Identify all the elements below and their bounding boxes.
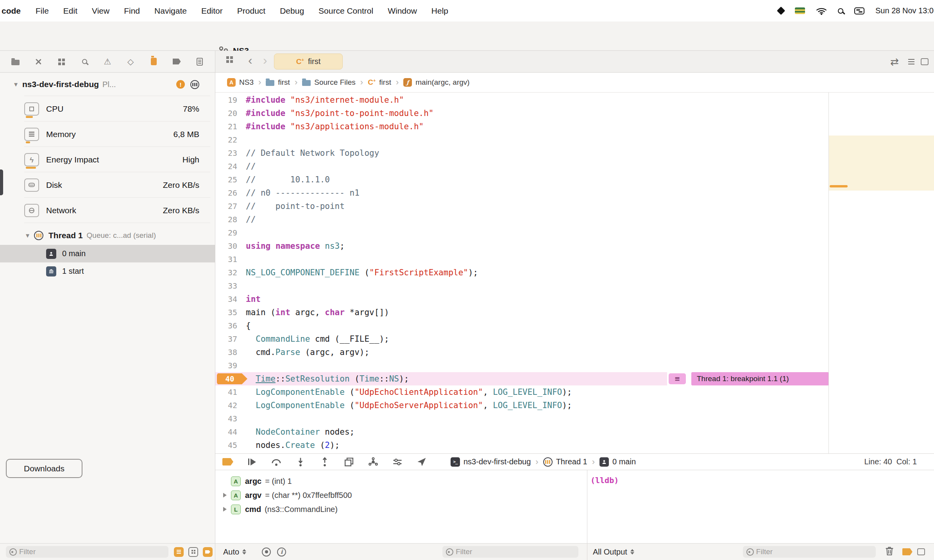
menu-item-product[interactable]: Product [237,6,265,16]
disclosure-icon[interactable] [223,493,227,498]
step-over-button[interactable] [271,457,282,467]
stack-frame-1-start[interactable]: 1 start [0,262,215,280]
console-output-select[interactable]: All Output [593,548,627,556]
line-number[interactable]: 23 [215,146,246,160]
line-number[interactable]: 37 [215,332,246,346]
debug-navigator-icon[interactable] [149,57,159,67]
code-line-30[interactable]: 30using namespace ns3; [215,239,828,253]
gauge-row-energy[interactable]: Energy ImpactHigh [0,147,215,172]
code-line-26[interactable]: 26// n0 -------------- n1 [215,186,828,200]
disclosure-open-icon[interactable]: ▾ [14,80,18,89]
add-editor-icon[interactable] [921,58,929,65]
console-view[interactable]: (lldb) [587,470,934,543]
performance-gauge-icon[interactable] [190,80,199,89]
variables-filter-input[interactable] [442,546,578,558]
app-menu-xcode[interactable]: code [2,6,21,16]
spotlight-search-icon[interactable] [838,8,843,14]
breakpoints-toggle-icon[interactable] [222,457,233,467]
menu-item-find[interactable]: Find [124,6,140,16]
breadcrumb-ns3[interactable]: ANS3 [227,78,254,87]
layout-toggle-icon[interactable] [917,548,925,555]
breakpoint-annotation[interactable]: Thread 1: breakpoint 1.1 (1) [691,372,828,385]
memory-graph-button[interactable] [368,457,379,467]
line-number[interactable]: 30 [215,239,246,253]
line-number[interactable]: 25 [215,173,246,186]
code-line-40[interactable]: 40 Time::SetResolution (Time::NS);40≡Thr… [215,372,828,385]
gauge-row-disk[interactable]: DiskZero KB/s [0,172,215,198]
project-navigator-icon[interactable] [10,57,20,67]
step-into-button[interactable] [295,457,306,467]
line-number[interactable]: 20 [215,107,246,120]
minimap[interactable] [828,93,934,453]
code-line-37[interactable]: 37 CommandLine cmd (__FILE__); [215,332,828,346]
gauge-row-memory[interactable]: Memory6,8 MB [0,121,215,147]
line-number[interactable]: 26 [215,186,246,200]
find-navigator-icon[interactable] [79,57,89,67]
menu-item-editor[interactable]: Editor [201,6,223,16]
adjust-editor-icon[interactable] [908,59,911,60]
breadcrumb-source-files[interactable]: Source Files [302,78,356,87]
stack-frame-0-main[interactable]: 0 main [0,245,215,262]
editor-tab-first[interactable]: C+ first [274,54,343,70]
menu-item-navigate[interactable]: Navigate [154,6,187,16]
wifi-icon[interactable] [816,7,827,15]
breadcrumb-0-main[interactable]: 0 main [599,457,636,467]
disclosure-open-icon[interactable]: ▾ [26,231,29,240]
code-line-29[interactable]: 29 [215,226,828,239]
symbol-navigator-icon[interactable] [56,57,66,67]
code-line-27[interactable]: 27// point-to-point [215,200,828,213]
test-navigator-icon[interactable]: ◇ [125,57,136,67]
downloads-button[interactable]: Downloads [6,459,82,478]
window-drag-handle[interactable] [0,169,3,195]
menu-item-file[interactable]: File [36,6,49,16]
line-number[interactable]: 45 [215,439,246,452]
view-mode-icon[interactable] [188,547,198,557]
line-number[interactable]: 24 [215,160,246,173]
variable-row-cmd[interactable]: Lcmd(ns3::CommandLine) [215,502,587,516]
line-number[interactable]: 32 [215,266,246,279]
thread-row[interactable]: ▾ Thread 1 Queue: c...ad (serial) [0,226,215,245]
line-number[interactable]: 33 [215,279,246,292]
code-line-24[interactable]: 24// [215,160,828,173]
line-number[interactable]: 31 [215,253,246,266]
variable-row-argv[interactable]: Aargv= (char **) 0x7ffeefbff500 [215,488,587,502]
code-review-icon[interactable]: ⇄ [890,56,899,68]
line-number[interactable]: 39 [215,359,246,372]
menu-item-view[interactable]: View [92,6,109,16]
minimap-breakpoint-marker[interactable] [830,185,848,187]
debug-area-toggle-icon[interactable] [902,548,913,555]
console-filter-input[interactable] [743,546,876,558]
back-button[interactable]: ‹ [248,53,252,68]
line-number[interactable]: 28 [215,213,246,226]
breakpoint-navigator-icon[interactable] [172,57,182,67]
code-line-33[interactable]: 33 [215,279,828,292]
code-line-31[interactable]: 31 [215,253,828,266]
code-line-34[interactable]: 34int [215,292,828,306]
line-number[interactable]: 38 [215,346,246,359]
breadcrumb-thread-1[interactable]: Thread 1 [543,457,587,467]
breadcrumb-first[interactable]: first [266,78,290,87]
code-line-42[interactable]: 42 LogComponentEnable ("UdpEchoServerApp… [215,399,828,412]
breadcrumb-main-argc-argv-[interactable]: ƒmain(argc, argv) [403,78,469,87]
breadcrumb-first[interactable]: C+first [368,78,391,87]
code-line-21[interactable]: 21#include "ns3/applications-module.h" [215,120,828,133]
line-number[interactable]: 19 [215,93,246,107]
code-line-23[interactable]: 23// Default Network Topology [215,146,828,160]
menu-item-help[interactable]: Help [431,6,448,16]
variable-row-argc[interactable]: Aargc= (int) 1 [215,474,587,488]
variables-scope-select[interactable]: Auto [223,548,239,556]
process-row[interactable]: ▾ ns3-dev-first-debug Pl... ! [0,73,215,96]
menu-item-edit[interactable]: Edit [63,6,77,16]
line-number[interactable]: 34 [215,292,246,306]
line-number[interactable]: 42 [215,399,246,412]
code-line-35[interactable]: 35main (int argc, char *argv[]) [215,306,828,319]
code-line-36[interactable]: 36{ [215,319,828,332]
report-navigator-icon[interactable] [195,57,205,67]
issue-navigator-icon[interactable]: ⚠ [102,57,113,67]
source-control-navigator-icon[interactable] [33,57,43,67]
line-number[interactable]: 29 [215,226,246,239]
line-number[interactable]: 27 [215,200,246,213]
disclosure-icon[interactable] [223,507,227,512]
code-line-43[interactable]: 43 [215,412,828,425]
code-line-28[interactable]: 28// [215,213,828,226]
